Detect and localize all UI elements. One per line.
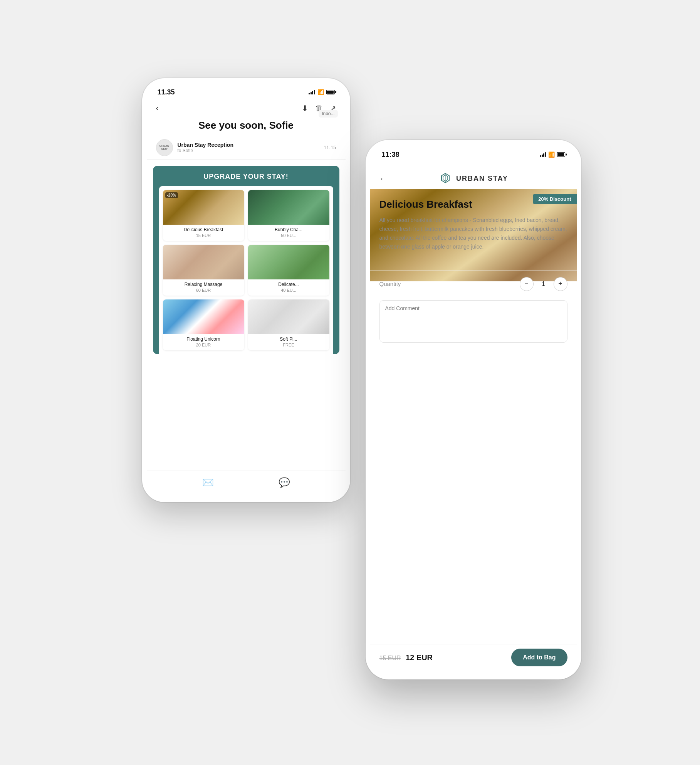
sender-name: Urban Stay Reception xyxy=(178,142,233,148)
price-display: 15 EUR 12 EUR xyxy=(379,653,433,662)
product-image-pillow xyxy=(248,299,329,334)
discount-badge-breakfast: -20% xyxy=(165,192,178,198)
product-name-delicate: Delicate... xyxy=(251,282,326,287)
wifi-icon: 📶 xyxy=(317,89,324,95)
product-name-unicorn: Floating Unicorn xyxy=(166,336,241,342)
product-card-delicate[interactable]: Delicate... 40 EU... xyxy=(248,245,329,296)
product-name-breakfast: Delicious Breakfast xyxy=(166,227,241,232)
signal-icon xyxy=(309,90,315,94)
product-image-massage xyxy=(163,245,244,279)
upgrade-title: UPGRADE YOUR STAY! xyxy=(159,173,333,181)
product-price-pillow: FREE xyxy=(251,343,326,347)
product-grid: -20% Delicious Breakfast 15 EUR Bubbly C… xyxy=(159,186,333,354)
notch-front xyxy=(370,161,577,167)
price-old: 15 EUR xyxy=(379,655,401,661)
bottom-tab-bar-back: ✉️ 💬 xyxy=(147,471,346,498)
product-price-unicorn: 20 EUR xyxy=(166,343,241,347)
back-button-email[interactable]: ‹ xyxy=(156,103,159,113)
wifi-front-icon: 📶 xyxy=(548,151,555,158)
status-time-back: 11.35 xyxy=(158,88,175,96)
detail-content: Delicious Breakfast All you need breakfa… xyxy=(370,191,577,271)
quantity-label: Quantity xyxy=(379,281,401,287)
email-meta: URBAN STAY Urban Stay Reception to Sofie… xyxy=(147,136,346,160)
product-card-champagne[interactable]: Bubbly Cha... 50 EU... xyxy=(248,190,329,241)
product-info-unicorn: Floating Unicorn 20 EUR xyxy=(163,334,244,350)
product-name-massage: Relaxing Massage xyxy=(166,282,241,287)
product-name-champagne: Bubbly Cha... xyxy=(251,227,326,232)
quantity-value: 1 xyxy=(540,281,547,288)
detail-scroll-area: Delicious Breakfast All you need breakfa… xyxy=(370,191,577,644)
product-card-unicorn[interactable]: Floating Unicorn 20 EUR xyxy=(163,299,244,350)
email-title: See you soon, Sofie xyxy=(147,118,346,136)
price-new: 12 EUR xyxy=(406,653,433,662)
product-card-pillow[interactable]: Soft Pi... FREE xyxy=(248,299,329,350)
front-phone: 11:38 📶 ← xyxy=(366,140,581,679)
sender-avatar: URBAN STAY xyxy=(156,139,173,156)
product-detail-title: Delicious Breakfast xyxy=(379,198,567,210)
product-info-pillow: Soft Pi... FREE xyxy=(248,334,329,350)
product-info-champagne: Bubbly Cha... 50 EU... xyxy=(248,225,329,241)
status-bar-back: 11.35 📶 xyxy=(147,83,346,99)
email-body: UPGRADE YOUR STAY! -20% Delicious Breakf… xyxy=(153,166,339,354)
product-card-massage[interactable]: Relaxing Massage 60 EUR xyxy=(163,245,244,296)
quantity-increase-button[interactable]: + xyxy=(554,277,567,291)
product-image-breakfast: -20% xyxy=(163,190,244,225)
comment-input[interactable] xyxy=(379,300,567,343)
tab-chat-icon[interactable]: 💬 xyxy=(279,477,290,488)
quantity-row: Quantity − 1 + xyxy=(370,271,577,297)
sender-to: to Sofie xyxy=(178,148,233,153)
email-header: ‹ ⬇ 🗑 ↗ xyxy=(147,99,346,118)
back-arrow-front[interactable]: ← xyxy=(379,174,388,184)
brand-logo: URBAN STAY xyxy=(438,172,508,186)
action-bar: 15 EUR 12 EUR Add to Bag xyxy=(370,644,577,675)
product-card-breakfast[interactable]: -20% Delicious Breakfast 15 EUR xyxy=(163,190,244,241)
app-nav: ← URBAN STAY xyxy=(370,167,577,189)
signal-front-icon xyxy=(540,152,546,157)
back-phone: 11.35 📶 ‹ ⬇ 🗑 ↗ xyxy=(142,78,350,502)
status-icons-front: 📶 xyxy=(540,151,565,158)
product-price-breakfast: 15 EUR xyxy=(166,233,241,238)
product-price-delicate: 40 EU... xyxy=(251,288,326,293)
sender-time: 11.15 xyxy=(324,145,336,150)
product-info-massage: Relaxing Massage 60 EUR xyxy=(163,279,244,296)
sender-info: Urban Stay Reception to Sofie xyxy=(178,142,233,153)
inbox-badge: Inbo... xyxy=(319,110,337,118)
battery-front-icon xyxy=(557,152,565,157)
product-name-pillow: Soft Pi... xyxy=(251,336,326,342)
tab-mail-icon[interactable]: ✉️ xyxy=(202,477,214,488)
status-time-front: 11:38 xyxy=(382,151,400,159)
status-icons-back: 📶 xyxy=(309,89,335,95)
download-icon[interactable]: ⬇ xyxy=(302,104,308,113)
quantity-decrease-button[interactable]: − xyxy=(520,277,534,291)
product-info-breakfast: Delicious Breakfast 15 EUR xyxy=(163,225,244,241)
comment-section xyxy=(370,297,577,350)
product-info-delicate: Delicate... 40 EU... xyxy=(248,279,329,296)
brand-name-text: URBAN STAY xyxy=(456,175,508,183)
product-image-champagne xyxy=(248,190,329,225)
quantity-controls: − 1 + xyxy=(520,277,567,291)
add-to-bag-button[interactable]: Add to Bag xyxy=(511,649,567,666)
urban-stay-logo-icon xyxy=(438,172,452,186)
battery-icon xyxy=(326,90,335,94)
product-image-unicorn xyxy=(163,299,244,334)
product-price-champagne: 50 EU... xyxy=(251,233,326,238)
product-price-massage: 60 EUR xyxy=(166,288,241,293)
product-detail-description: All you need breakfast for champions - S… xyxy=(379,216,567,251)
product-image-delicate xyxy=(248,245,329,279)
